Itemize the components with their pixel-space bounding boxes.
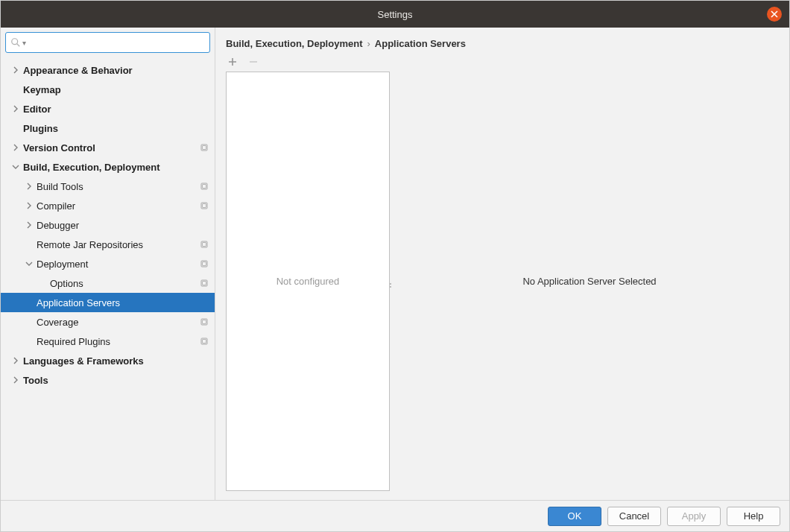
search-box[interactable]: ▾ (5, 32, 210, 53)
tree-item-tools[interactable]: Tools (1, 370, 215, 390)
breadcrumb: Build, Execution, Deployment › Applicati… (215, 28, 789, 55)
expand-arrow-icon[interactable] (25, 259, 34, 268)
tree-item-label: Build Tools (37, 181, 200, 192)
breadcrumb-separator: › (367, 38, 370, 49)
svg-rect-11 (203, 262, 206, 266)
tree-item-label: Build, Execution, Deployment (23, 162, 209, 173)
search-container: ▾ (1, 28, 215, 57)
project-scope-icon (200, 279, 209, 288)
expand-arrow-icon[interactable] (25, 201, 34, 210)
svg-rect-5 (203, 185, 206, 189)
svg-rect-9 (203, 243, 206, 247)
project-scope-icon (200, 201, 209, 210)
search-input[interactable] (28, 33, 205, 52)
tree-item-deployment[interactable]: Deployment (1, 254, 215, 273)
svg-rect-15 (203, 320, 206, 324)
footer: OK Cancel Apply Help (1, 500, 789, 531)
tree-item-options[interactable]: Options (1, 273, 215, 293)
search-dropdown-icon[interactable]: ▾ (22, 39, 26, 47)
server-detail-panel: No Application Server Selected (390, 72, 789, 491)
minus-icon (249, 57, 258, 66)
close-icon (771, 10, 778, 18)
list-empty-text: Not configured (276, 276, 340, 287)
svg-rect-3 (203, 146, 206, 150)
main-panel: Build, Execution, Deployment › Applicati… (215, 28, 789, 500)
expand-arrow-icon[interactable] (25, 221, 34, 229)
expand-arrow-icon[interactable] (11, 143, 20, 152)
tree-item-label: Application Servers (37, 297, 209, 308)
tree-item-label: Version Control (23, 142, 200, 153)
tree-item-editor[interactable]: Editor (1, 99, 215, 118)
cancel-button[interactable]: Cancel (607, 507, 661, 526)
tree-item-label: Remote Jar Repositories (37, 239, 200, 250)
breadcrumb-parent[interactable]: Build, Execution, Deployment (226, 38, 362, 49)
tree-item-version-control[interactable]: Version Control (1, 138, 215, 157)
expand-arrow-icon[interactable] (11, 104, 20, 113)
tree-item-label: Appearance & Behavior (23, 65, 209, 76)
sidebar: ▾ Appearance & BehaviorKeymapEditorPlugi… (1, 28, 215, 500)
titlebar: Settings (1, 1, 789, 28)
add-button[interactable] (226, 55, 239, 69)
project-scope-icon (200, 337, 209, 346)
tree-item-remote-jar-repositories[interactable]: Remote Jar Repositories (1, 235, 215, 254)
tree-item-application-servers[interactable]: Application Servers (1, 293, 215, 312)
help-button[interactable]: Help (727, 507, 780, 526)
project-scope-icon (200, 317, 209, 326)
svg-rect-13 (203, 282, 206, 285)
tree-item-appearance-behavior[interactable]: Appearance & Behavior (1, 60, 215, 80)
tree-item-label: Plugins (23, 123, 209, 134)
tree-item-languages-frameworks[interactable]: Languages & Frameworks (1, 351, 215, 370)
svg-rect-17 (203, 340, 206, 343)
tree-item-compiler[interactable]: Compiler (1, 196, 215, 215)
tree-item-label: Keymap (23, 84, 209, 95)
search-icon (10, 37, 21, 48)
svg-line-1 (17, 44, 20, 47)
project-scope-icon (200, 240, 209, 249)
expand-arrow-icon[interactable] (11, 66, 20, 75)
expand-arrow-icon[interactable] (25, 182, 34, 191)
tree-item-debugger[interactable]: Debugger (1, 215, 215, 235)
ok-button[interactable]: OK (548, 507, 601, 526)
expand-arrow-icon[interactable] (11, 376, 20, 384)
remove-button (247, 55, 260, 69)
expand-arrow-icon[interactable] (11, 162, 20, 171)
tree-item-label: Editor (23, 104, 209, 115)
tree-item-label: Compiler (37, 200, 200, 212)
detail-empty-text: No Application Server Selected (522, 276, 656, 287)
tree-item-required-plugins[interactable]: Required Plugins (1, 332, 215, 351)
server-list-panel[interactable]: Not configured (226, 72, 390, 491)
svg-rect-7 (203, 204, 206, 208)
tree-item-label: Deployment (37, 259, 200, 270)
expand-arrow-icon[interactable] (11, 356, 20, 365)
tree-item-label: Languages & Frameworks (23, 355, 209, 367)
apply-button: Apply (667, 507, 721, 526)
window-title: Settings (378, 9, 413, 20)
plus-icon (228, 57, 237, 66)
settings-tree[interactable]: Appearance & BehaviorKeymapEditorPlugins… (1, 57, 215, 500)
tree-item-label: Coverage (37, 317, 200, 328)
tree-item-label: Required Plugins (37, 336, 200, 347)
project-scope-icon (200, 182, 209, 191)
tree-item-label: Debugger (37, 220, 209, 231)
close-button[interactable] (767, 7, 782, 22)
tree-item-build-execution-deployment[interactable]: Build, Execution, Deployment (1, 157, 215, 177)
tree-item-keymap[interactable]: Keymap (1, 80, 215, 99)
tree-item-label: Tools (23, 375, 209, 386)
content-area: ▾ Appearance & BehaviorKeymapEditorPlugi… (1, 28, 789, 500)
project-scope-icon (200, 143, 209, 152)
tree-item-coverage[interactable]: Coverage (1, 312, 215, 332)
project-scope-icon (200, 259, 209, 268)
tree-item-plugins[interactable]: Plugins (1, 118, 215, 138)
tree-item-label: Options (50, 278, 200, 289)
settings-window: Settings ▾ Appearance & BehaviorKeymapEd… (0, 0, 790, 532)
list-toolbar (215, 55, 789, 72)
splitter-handle[interactable] (389, 282, 392, 297)
panel-row: Not configured No Application Server Sel… (215, 72, 789, 500)
svg-point-0 (12, 39, 18, 45)
breadcrumb-current: Application Servers (375, 38, 466, 49)
tree-item-build-tools[interactable]: Build Tools (1, 177, 215, 196)
